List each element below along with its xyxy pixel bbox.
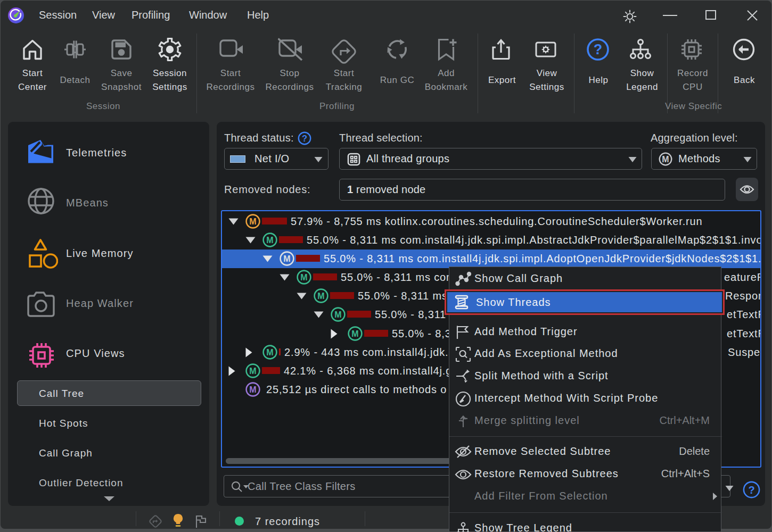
svg-text:M: M bbox=[266, 348, 273, 357]
svg-text:?: ? bbox=[302, 134, 307, 143]
svg-text:?: ? bbox=[748, 484, 754, 496]
svg-text:M: M bbox=[249, 217, 256, 226]
svg-text:?: ? bbox=[594, 41, 603, 57]
svg-text:M: M bbox=[249, 367, 256, 376]
svg-text:M: M bbox=[317, 292, 324, 301]
svg-text:M: M bbox=[351, 329, 358, 338]
svg-text:M: M bbox=[283, 254, 290, 263]
svg-text:M: M bbox=[334, 310, 341, 319]
svg-text:M: M bbox=[662, 155, 669, 164]
svg-text:M: M bbox=[300, 273, 307, 282]
svg-text:M: M bbox=[249, 385, 256, 394]
svg-text:M: M bbox=[266, 236, 273, 245]
